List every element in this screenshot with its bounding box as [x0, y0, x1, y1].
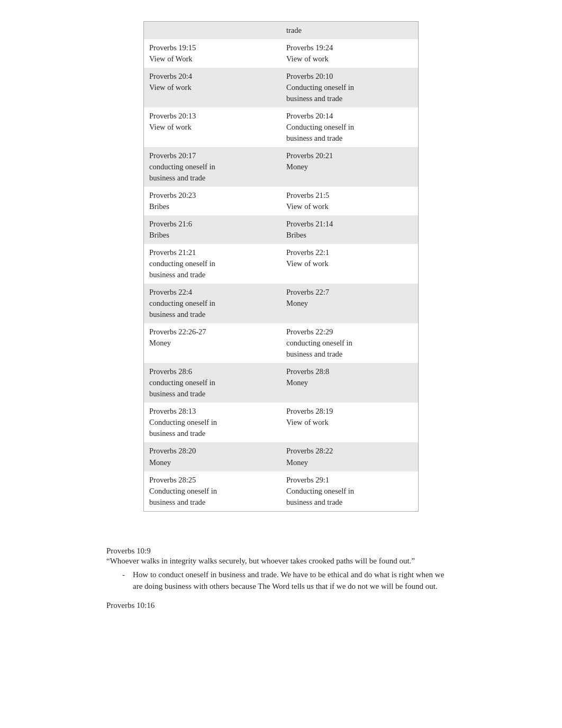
table-row: Proverbs 28:20 MoneyProverbs 28:22 Money — [144, 442, 419, 471]
table-row: Proverbs 21:6 BribesProverbs 21:14 Bribe… — [144, 215, 419, 244]
verse-table: tradeProverbs 19:15 View of WorkProverbs… — [143, 21, 419, 512]
table-row: Proverbs 21:21 conducting oneself in bus… — [144, 244, 419, 284]
verse1-quote: “Whoever walks in integrity walks secure… — [106, 557, 456, 566]
verse2-ref: Proverbs 10:16 — [106, 601, 456, 610]
table-row: Proverbs 20:13 View of workProverbs 20:1… — [144, 107, 419, 147]
table-row: Proverbs 19:15 View of WorkProverbs 19:2… — [144, 39, 419, 68]
table-row: Proverbs 22:26-27 MoneyProverbs 22:29 co… — [144, 323, 419, 363]
table-row: trade — [144, 22, 419, 40]
table-row: Proverbs 20:4 View of workProverbs 20:10… — [144, 68, 419, 107]
proverbs-table: tradeProverbs 19:15 View of WorkProverbs… — [143, 21, 419, 512]
table-row: Proverbs 20:23 BribesProverbs 21:5 View … — [144, 187, 419, 215]
table-row: Proverbs 28:25 Conducting oneself in bus… — [144, 471, 419, 512]
verse1-note: How to conduct oneself in business and t… — [128, 569, 456, 593]
verse1-ref: Proverbs 10:9 — [106, 547, 456, 556]
table-row: Proverbs 22:4 conducting oneself in busi… — [144, 284, 419, 323]
table-row: Proverbs 28:13 Conducting oneself in bus… — [144, 403, 419, 442]
table-row: Proverbs 28:6 conducting oneself in busi… — [144, 363, 419, 403]
table-row: Proverbs 20:17 conducting oneself in bus… — [144, 147, 419, 187]
text-section: Proverbs 10:9 “Whoever walks in integrit… — [106, 533, 456, 610]
